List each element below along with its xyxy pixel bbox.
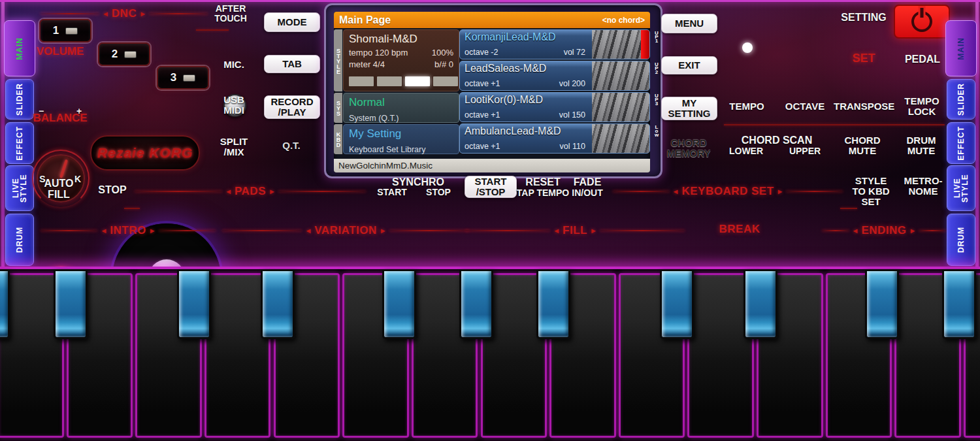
style-to-kbd-label: STYLE TO KBD SET (848, 176, 894, 207)
sidebar-tab-label: SLIDER (957, 83, 965, 116)
volume-label: VOLUME (31, 45, 89, 58)
sys-section-tab: SYS (334, 93, 342, 123)
voice-details: octave +1vol 200 (465, 79, 585, 88)
beat-segment-2 (377, 76, 402, 86)
intro-label: INTRO (110, 224, 146, 237)
tempo-row-line (724, 124, 945, 125)
page-title: Main Page (339, 14, 391, 26)
dnc-button-3[interactable]: 3 (157, 66, 209, 90)
sidebar-tab-label: EFFECT (957, 126, 965, 161)
dnc-led (65, 27, 78, 35)
beat-segment-1 (349, 76, 374, 86)
sidebar-tab-live-style[interactable]: LIVE STYLE (947, 165, 975, 211)
chord-memory-label: CHORD MEMORY (659, 138, 719, 159)
variation-header: ◄VARIATION► (222, 224, 469, 237)
instrument-image (592, 61, 649, 90)
reset-label: RESET (523, 177, 563, 188)
dnc-header: ◄ DNC ► (41, 7, 208, 20)
tempo-lock-label: TEMPO LOCK (903, 96, 941, 117)
voice-row-up3[interactable]: LootiKor(0)-M&Doctave +1vol 150 (459, 92, 650, 122)
drum-mute-label: DRUM MUTE (902, 135, 941, 156)
sidebar-tab-effect[interactable]: EFFECT (947, 122, 975, 164)
display-header: Main Page <no chord> (334, 12, 650, 28)
sidebar-tab-effect[interactable]: EFFECT (5, 122, 34, 164)
sidebar-tab-slider[interactable]: SLIDER (947, 79, 975, 120)
power-icon (911, 11, 932, 32)
chord-indicator: <no chord> (602, 16, 645, 25)
sidebar-tab-drum[interactable]: DRUM (5, 214, 34, 266)
style-meter: meter 4/4 (349, 59, 385, 69)
piano-keyboard (0, 267, 980, 441)
voice-row-low[interactable]: AmbulancLead-M&Doctave +1vol 110 (459, 123, 650, 154)
instrument-image (592, 93, 649, 122)
black-key-Gs[interactable] (459, 269, 493, 339)
black-key-Gs[interactable] (942, 269, 976, 339)
system-subtitle: System (Q.T.) (349, 114, 453, 123)
lower-label: LOWER (725, 146, 767, 156)
ks-style-line (840, 208, 857, 209)
ending-header: ◄ENDING► (822, 224, 946, 237)
my-setting-plate: MY SETTING (661, 97, 717, 120)
instrument-image (592, 124, 649, 153)
sidebar-tab-main[interactable]: MAIN (4, 20, 35, 76)
fill-header: ◄FILL► (465, 224, 685, 237)
setting-label: SETTING (838, 12, 890, 24)
balance-label: BALANCE (29, 112, 91, 125)
sidebar-tab-drum[interactable]: DRUM (947, 214, 975, 266)
split-mix-label: SPLIT /MIX (216, 137, 252, 157)
keyboard-set-panel[interactable]: My Setting Keyboard Set Library (343, 124, 459, 154)
fill-label: FILL (563, 224, 587, 237)
sidebar-tab-main[interactable]: MAIN (945, 20, 977, 76)
keyboard-set-label: KEYBOARD SET (681, 185, 774, 198)
chord-mute-label: CHORD MUTE (843, 135, 882, 156)
metronome-label: METRO- NOME (900, 176, 946, 197)
sidebar-tab-live-style[interactable]: LIVE STYLE (5, 165, 34, 211)
black-key-Ds[interactable] (743, 269, 777, 339)
brand-logo-text: Rezaie KORG (97, 145, 193, 161)
sidebar-tab-label: DRUM (957, 227, 965, 253)
dnc-led (183, 74, 195, 82)
voice-name: AmbulancLead-M&D (465, 125, 561, 137)
black-key-Ds[interactable] (261, 269, 295, 339)
set-label: SET (843, 52, 885, 65)
black-key-As[interactable] (536, 269, 570, 339)
tap-tempo-label: TAP TEMPO (516, 188, 570, 198)
style-info-panel[interactable]: Shomali-M&D tempo 120 bpm 100% meter 4/4… (343, 29, 459, 91)
usb-midi-label: USB MIDI (220, 95, 248, 116)
tempo-label: TEMPO (723, 101, 771, 112)
black-key-Cs[interactable] (660, 269, 694, 339)
dnc-button-1[interactable]: 1 (39, 19, 91, 42)
octave-label: OCTAVE (780, 101, 830, 112)
sidebar-tab-label: MAIN (16, 37, 24, 60)
style-percent: 100% (432, 48, 453, 57)
fade-label: FADE (570, 177, 605, 188)
voice-row-up1[interactable]: KormanjiLead-M&Doctave -2vol 72 (459, 29, 650, 59)
dnc-connector-line (196, 29, 229, 31)
black-key-Fs[interactable] (865, 269, 899, 339)
voice-tag-up1: UP1 (653, 30, 660, 59)
black-key-Fs[interactable] (382, 269, 416, 339)
pads-label: PADS (235, 185, 266, 198)
black-key-Cs[interactable] (177, 269, 211, 339)
break-label: BREAK (700, 223, 779, 236)
power-button[interactable] (894, 5, 950, 39)
black-key-G#[interactable] (0, 269, 10, 339)
sidebar-tab-label: LIVE STYLE (953, 166, 969, 210)
voice-details: octave -2vol 72 (465, 48, 585, 57)
synchro-stop-label: STOP (422, 188, 455, 197)
black-key-As[interactable] (54, 269, 88, 339)
mic-label: MIC. (208, 59, 260, 70)
keyboard-set-subtitle: Keyboard Set Library (349, 145, 453, 154)
beat-segment-4 (433, 76, 458, 86)
system-panel[interactable]: Normal System (Q.T.) (343, 93, 459, 123)
style-name: Shomali-M&D (349, 33, 453, 46)
synchro-start-label: START (374, 188, 410, 197)
tab-plate: TAB (264, 55, 320, 73)
chord-scan-label: CHORD SCAN (729, 135, 825, 146)
voice-row-up2[interactable]: LeadSaleas-M&Doctave +1vol 200 (459, 61, 650, 91)
voice-name: LootiKor(0)-M&D (465, 94, 543, 106)
lcd-display: Main Page <no chord> STYLE SYS KBD Shoma… (324, 3, 662, 178)
dnc-button-2[interactable]: 2 (98, 42, 150, 66)
beat-indicator (349, 76, 458, 86)
voice-name: KormanjiLead-M&D (465, 31, 556, 43)
